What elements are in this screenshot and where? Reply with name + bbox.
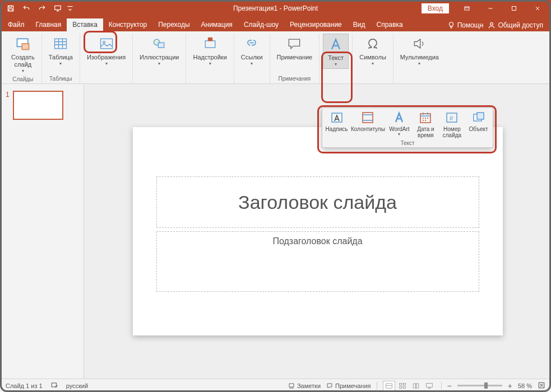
svg-rect-10 xyxy=(100,39,112,49)
sorter-view-icon[interactable] xyxy=(396,381,409,391)
save-icon[interactable] xyxy=(3,1,18,16)
spellcheck-icon[interactable] xyxy=(50,381,58,390)
subtitle-placeholder[interactable]: Подзаголовок слайда xyxy=(156,231,479,292)
share-label: Общий доступ xyxy=(498,21,543,29)
tab-help[interactable]: Справка xyxy=(371,18,408,31)
svg-rect-4 xyxy=(465,7,469,10)
status-bar: Слайд 1 из 1 русский Заметки Примечания … xyxy=(0,379,551,392)
slide-number-button[interactable]: # Номер слайда xyxy=(439,110,465,140)
tab-file[interactable]: Файл xyxy=(2,18,30,31)
svg-text:#: # xyxy=(450,115,453,122)
slide-count: Слайд 1 из 1 xyxy=(6,382,43,389)
text-icon xyxy=(327,35,345,53)
svg-rect-14 xyxy=(205,41,215,48)
link-icon xyxy=(243,35,261,53)
close-icon[interactable] xyxy=(526,1,549,16)
tab-animations[interactable]: Анимация xyxy=(196,18,238,31)
wordart-button[interactable]: WordArt▾ xyxy=(386,110,413,140)
svg-rect-21 xyxy=(403,386,405,389)
tab-insert[interactable]: Вставка xyxy=(67,18,103,31)
qat-dropdown-icon[interactable] xyxy=(66,1,74,16)
pictures-icon xyxy=(98,35,115,53)
ribbon-display-icon[interactable] xyxy=(456,1,478,16)
tell-me-label: Помощн xyxy=(457,21,484,29)
addins-button[interactable]: Надстройки▾ xyxy=(189,34,230,68)
zoom-out-icon[interactable]: − xyxy=(447,381,452,390)
omega-icon xyxy=(364,35,382,53)
svg-rect-9 xyxy=(55,39,67,49)
tell-me[interactable]: Помощн xyxy=(447,21,484,29)
date-time-button[interactable]: Дата и время xyxy=(413,110,439,140)
svg-rect-25 xyxy=(363,113,373,123)
svg-rect-19 xyxy=(403,383,405,385)
language-label[interactable]: русский xyxy=(66,382,88,389)
group-tables-label: Таблицы xyxy=(49,74,72,83)
svg-rect-15 xyxy=(208,38,212,41)
table-button[interactable]: Таблица▾ xyxy=(45,34,76,68)
notes-toggle[interactable]: Заметки xyxy=(288,382,321,389)
textbox-icon xyxy=(330,110,344,125)
redo-icon[interactable] xyxy=(35,1,49,16)
text-button[interactable]: Текст▾ xyxy=(323,34,349,69)
bulb-icon xyxy=(447,21,455,29)
group-comments-label: Примечания xyxy=(279,74,311,83)
undo-icon[interactable] xyxy=(19,1,34,16)
reading-view-icon[interactable] xyxy=(410,381,422,391)
addins-icon xyxy=(201,35,219,53)
media-button[interactable]: Мультимедиа▾ xyxy=(397,34,442,68)
svg-point-11 xyxy=(103,41,105,44)
images-button[interactable]: Изображения▾ xyxy=(84,34,129,68)
ribbon: Создать слайд▾ Слайды Таблица▾ Таблицы И… xyxy=(0,31,551,84)
comments-toggle[interactable]: Примечания xyxy=(326,382,371,389)
svg-rect-8 xyxy=(22,44,29,50)
object-button[interactable]: Объект xyxy=(465,110,492,140)
slide-thumbnail[interactable] xyxy=(13,91,63,120)
svg-point-6 xyxy=(490,22,493,25)
thumb-number: 1 xyxy=(6,91,10,120)
text-gallery-popup: Надпись Колонтитулы WordArt▾ Дата и врем… xyxy=(322,108,493,148)
comment-button[interactable]: Примечание xyxy=(274,34,316,62)
ribbon-tabs: Файл Главная Вставка Конструктор Переход… xyxy=(0,17,551,31)
links-button[interactable]: Ссылки▾ xyxy=(238,34,266,68)
tab-home[interactable]: Главная xyxy=(30,18,67,31)
svg-rect-17 xyxy=(386,383,392,388)
title-placeholder[interactable]: Заголовок слайда xyxy=(156,176,479,228)
slideshow-view-icon[interactable] xyxy=(423,381,436,391)
svg-rect-2 xyxy=(9,9,12,11)
tab-transitions[interactable]: Переходы xyxy=(152,18,195,31)
svg-rect-30 xyxy=(477,113,484,119)
svg-rect-20 xyxy=(399,386,401,389)
svg-rect-22 xyxy=(426,383,432,387)
slide-number-icon: # xyxy=(444,110,459,125)
symbols-button[interactable]: Символы▾ xyxy=(356,34,390,68)
fit-to-window-icon[interactable] xyxy=(538,381,545,390)
zoom-value[interactable]: 58 % xyxy=(518,382,532,389)
zoom-slider[interactable] xyxy=(457,385,502,386)
illustrations-button[interactable]: Иллюстрации▾ xyxy=(136,34,182,68)
header-footer-button[interactable]: Колонтитулы xyxy=(350,110,386,140)
maximize-icon[interactable] xyxy=(503,1,525,16)
zoom-in-icon[interactable]: + xyxy=(508,381,512,390)
normal-view-icon[interactable] xyxy=(383,381,395,391)
start-slideshow-icon[interactable] xyxy=(50,1,65,16)
wordart-icon xyxy=(392,110,406,125)
tab-review[interactable]: Рецензирование xyxy=(284,18,348,31)
textbox-button[interactable]: Надпись xyxy=(323,110,350,140)
login-button[interactable]: Вход xyxy=(422,3,449,13)
tab-view[interactable]: Вид xyxy=(348,18,371,31)
minimize-icon[interactable] xyxy=(479,1,502,16)
table-icon xyxy=(52,35,70,53)
slide-thumbnails-panel[interactable]: 1 xyxy=(0,84,84,379)
new-slide-icon xyxy=(14,35,32,53)
header-footer-icon xyxy=(360,110,375,125)
person-icon xyxy=(488,21,496,29)
speaker-icon xyxy=(410,35,428,53)
tab-design[interactable]: Конструктор xyxy=(103,18,152,31)
share-button[interactable]: Общий доступ xyxy=(488,21,543,29)
svg-rect-3 xyxy=(55,6,61,10)
new-slide-button[interactable]: Создать слайд▾ xyxy=(8,34,38,75)
title-bar: Презентация1 - PowerPoint Вход xyxy=(0,0,551,17)
calendar-icon xyxy=(418,110,433,125)
shapes-icon xyxy=(150,35,168,53)
tab-slideshow[interactable]: Слайд-шоу xyxy=(238,18,284,31)
